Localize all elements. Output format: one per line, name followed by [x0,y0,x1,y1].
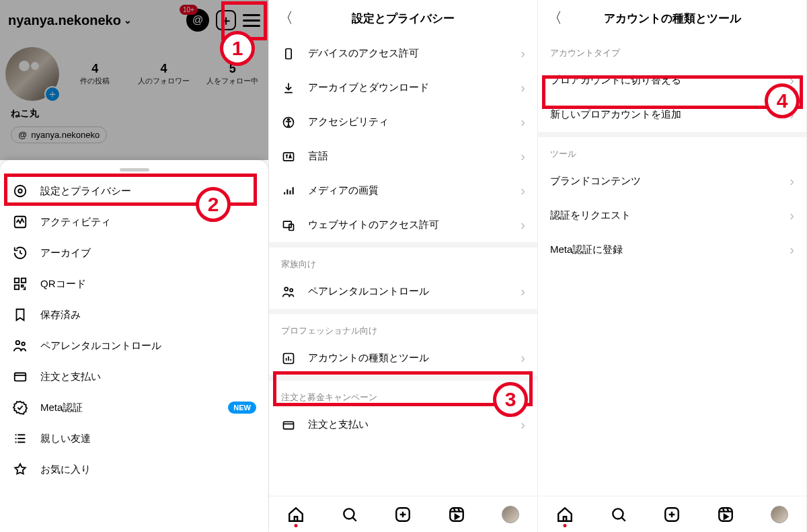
row-meta-verified-join[interactable]: Meta認証に登録 › [538,233,806,267]
sheet-saved[interactable]: 保存済み [0,299,268,330]
tab-reels[interactable] [717,506,734,523]
tab-create[interactable] [394,506,412,523]
sheet-activity[interactable]: アクティビティ [0,206,268,237]
card-icon [12,369,28,384]
sheet-favorites[interactable]: お気に入り [0,454,268,485]
section-order-title: 注文と募金キャンペーン [269,381,537,408]
chevron-right-icon: › [521,114,525,130]
section-divider [269,309,537,314]
tab-profile[interactable] [502,506,519,523]
device-icon [281,47,296,61]
row-accessibility[interactable]: アクセシビリティ › [269,105,537,139]
back-button[interactable]: 〈 [545,8,565,28]
sheet-item-label: Meta認証 [40,402,83,414]
sheet-parental[interactable]: ペアレンタルコントロール [0,330,268,361]
hamburger-menu-button[interactable] [243,14,260,27]
chevron-right-icon: › [790,242,794,258]
row-media-quality[interactable]: メディアの画質 › [269,174,537,208]
back-button[interactable]: 〈 [276,8,296,28]
svg-rect-18 [284,422,294,429]
sheet-item-label: 設定とプライバシー [40,185,131,198]
svg-point-6 [16,341,20,345]
tab-reels[interactable] [448,506,465,523]
sheet-qrcode[interactable]: QRコード [0,268,268,299]
profile-avatar[interactable]: ＋ [5,47,59,101]
display-name: ねこ丸 [0,108,268,120]
tab-search[interactable] [341,506,358,523]
stat-followers[interactable]: 4 人のフォロワー [130,62,196,86]
row-add-pro-account[interactable]: 新しいプロアカウントを追加 › [538,98,806,132]
section-divider [269,242,537,248]
tab-search[interactable] [610,506,627,523]
svg-point-7 [22,342,25,346]
stat-following[interactable]: 5 人をフォロー中 [200,62,266,86]
sheet-close-friends[interactable]: 親しい友達 [0,423,268,454]
new-badge: NEW [228,402,256,414]
tab-home[interactable] [556,506,574,523]
bottom-sheet: 設定とプライバシー アクティビティ アーカイブ QRコード 保存済み [0,160,268,532]
row-label: アクセシビリティ [308,116,508,128]
activity-icon [12,215,28,229]
row-archive-download[interactable]: アーカイブとダウンロード › [269,71,537,105]
panel-settings: 〈 設定とプライバシー デバイスのアクセス許可 › アーカイブとダウンロード ›… [269,0,538,532]
row-switch-pro-account[interactable]: プロアカウントに切り替える › [538,63,806,98]
chevron-right-icon: › [790,107,794,122]
svg-point-22 [613,508,623,519]
tab-profile[interactable] [771,506,788,523]
chevron-right-icon: › [521,149,525,164]
chevron-right-icon: › [521,217,525,233]
row-account-type-tools[interactable]: アカウントの種類とツール › [269,341,537,375]
sheet-item-label: 親しい友達 [40,432,91,445]
stat-following-label: 人をフォロー中 [200,76,266,86]
bottom-tabbar [538,496,806,532]
stat-posts[interactable]: 4 件の投稿 [62,62,128,86]
row-brand-content[interactable]: ブランドコンテンツ › [538,164,806,198]
row-label: 言語 [308,150,508,163]
row-orders-payments2[interactable]: 注文と支払い › [269,408,537,442]
tab-create[interactable] [663,506,681,523]
sheet-drag-handle[interactable] [120,168,149,172]
threads-link[interactable]: @ nyanya.nekoneko [11,126,107,143]
threads-icon: @ [18,130,27,140]
notification-count: 10+ [180,5,198,15]
gear-icon [12,184,28,198]
row-device-permissions[interactable]: デバイスのアクセス許可 › [269,36,537,71]
section-divider [538,132,806,137]
list-icon [12,431,28,446]
svg-rect-5 [15,285,19,289]
qrcode-icon [12,276,28,291]
sheet-archive[interactable]: アーカイブ [0,237,268,268]
row-language[interactable]: 言語 › [269,139,537,174]
username-dropdown[interactable]: nyanya.nekoneko ⌄ [8,13,180,28]
chevron-right-icon: › [521,417,525,432]
stat-followers-num: 4 [130,62,196,76]
create-post-button[interactable]: ＋ [216,10,236,30]
sheet-item-label: QRコード [40,278,86,291]
sheet-orders[interactable]: 注文と支払い [0,361,268,392]
row-parental-control[interactable]: ペアレンタルコントロール › [269,274,537,309]
stat-posts-num: 4 [62,62,128,76]
row-label: ブランドコンテンツ [550,175,777,188]
sheet-meta-verified[interactable]: Meta認証 NEW [0,392,268,423]
account-type-header: 〈 アカウントの種類とツール [538,0,806,36]
row-label: プロアカウントに切り替える [550,74,777,87]
sheet-settings-privacy[interactable]: 設定とプライバシー [0,176,268,206]
threads-badge-icon[interactable]: @ 10+ [186,9,209,32]
sheet-item-label: アーカイブ [40,247,91,260]
tab-home[interactable] [287,506,305,523]
verified-icon [12,400,28,415]
add-story-icon[interactable]: ＋ [44,86,61,102]
row-label: アカウントの種類とツール [308,352,508,365]
chevron-right-icon: › [790,73,794,88]
row-website-permissions[interactable]: ウェブサイトのアクセス許可 › [269,208,537,242]
svg-point-15 [284,287,288,291]
star-icon [12,462,28,477]
row-request-verification[interactable]: 認証をリクエスト › [538,198,806,233]
quality-icon [281,184,296,198]
family-icon [12,338,28,353]
row-label: ペアレンタルコントロール [308,285,508,298]
page-title: 設定とプライバシー [296,11,531,26]
card-icon [281,418,296,432]
chevron-right-icon: › [521,46,525,61]
chevron-right-icon: › [521,284,525,299]
